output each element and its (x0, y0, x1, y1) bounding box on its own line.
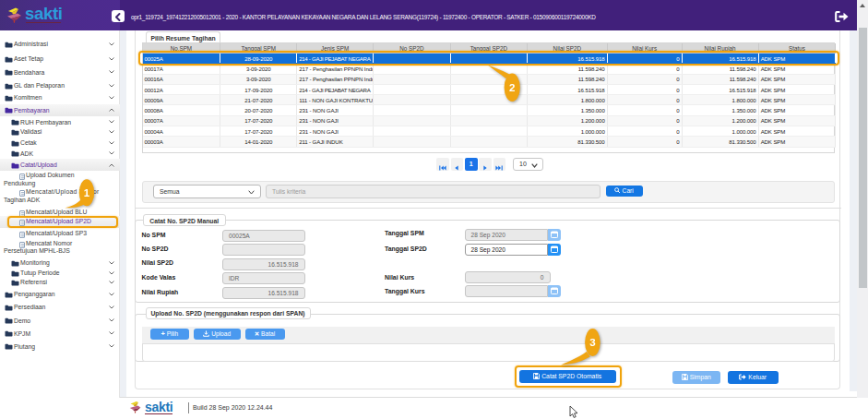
svg-text:2: 2 (509, 82, 515, 93)
svg-text:1: 1 (84, 187, 90, 198)
svg-text:3: 3 (589, 337, 595, 348)
